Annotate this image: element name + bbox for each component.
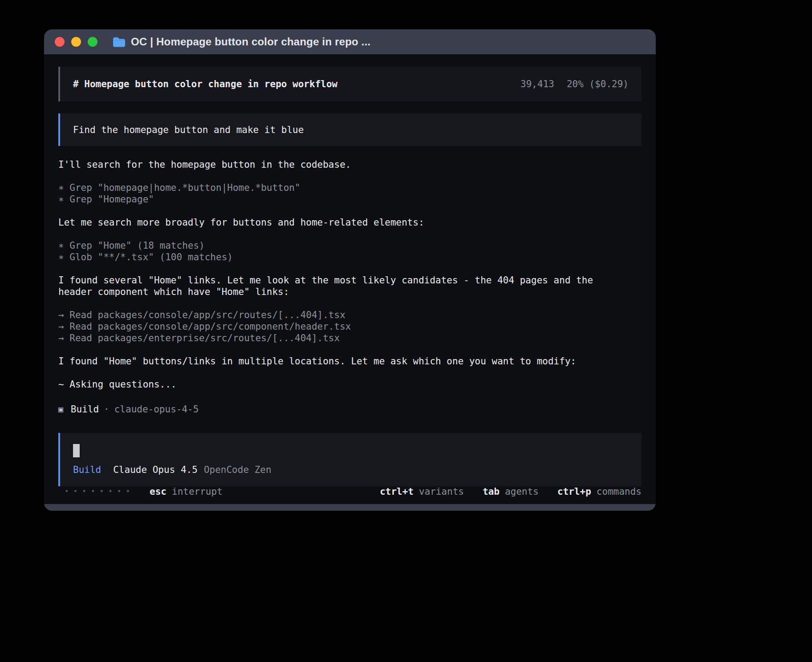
tool-call-grep[interactable]: ∗ Grep "homepage|home.*button|Home.*butt… (58, 182, 615, 194)
title-area: OC | Homepage button color change in rep… (113, 36, 370, 48)
input-mode-row: Build Claude Opus 4.5 OpenCode Zen (73, 464, 629, 475)
session-title: # Homepage button color change in repo w… (73, 79, 337, 89)
conversation: I'll search for the homepage button in t… (58, 159, 615, 416)
context-cost: 20% ($0.29) (567, 79, 629, 89)
asking-questions-status: ~ Asking questions... (58, 379, 615, 390)
agent-separator: · (104, 404, 110, 415)
session-header: # Homepage button color change in repo w… (58, 67, 641, 101)
agent-status-row: ▣ Build · claude-opus-4-5 (58, 403, 615, 416)
agent-mode-label[interactable]: Build (73, 464, 101, 475)
hint-variants: ctrl+t variants (380, 486, 464, 497)
hint-label: variants (419, 486, 464, 497)
prompt-input[interactable]: Build Claude Opus 4.5 OpenCode Zen (58, 433, 641, 486)
tool-call-read[interactable]: → Read packages/enterprise/src/routes/[.… (58, 332, 615, 344)
hint-label: agents (505, 486, 539, 497)
tool-call-read[interactable]: → Read packages/console/app/src/routes/[… (58, 309, 615, 321)
hint-label: commands (597, 486, 641, 497)
folder-icon (113, 37, 125, 47)
terminal-window: OC | Homepage button color change in rep… (44, 29, 656, 511)
assistant-text-line: I'll search for the homepage button in t… (58, 159, 615, 170)
minimize-button[interactable] (71, 37, 81, 47)
hint-interrupt: esc interrupt (150, 486, 223, 497)
token-count: 39,413 (520, 79, 554, 89)
keyboard-hints: ctrl+t variants tab agents ctrl+p comman… (380, 486, 641, 497)
user-message: Find the homepage button and make it blu… (58, 113, 641, 146)
window-titlebar[interactable]: OC | Homepage button color change in rep… (44, 29, 656, 54)
hint-key: ctrl+t (380, 486, 414, 497)
close-button[interactable] (55, 37, 65, 47)
hint-key: ctrl+p (557, 486, 591, 497)
terminal-content: # Homepage button color change in repo w… (44, 54, 656, 504)
window-title: OC | Homepage button color change in rep… (131, 36, 370, 48)
assistant-text-line: I found "Home" buttons/links in multiple… (58, 355, 615, 367)
agent-icon: ▣ (58, 404, 63, 415)
traffic-lights (55, 37, 97, 47)
zoom-button[interactable] (88, 37, 97, 47)
hint-agents: tab agents (483, 486, 539, 497)
model-name: Claude Opus 4.5 (113, 464, 198, 475)
session-stats: 39,413 20% ($0.29) (520, 79, 629, 89)
model-provider: OpenCode Zen (204, 464, 272, 475)
hint-label: interrupt (172, 486, 223, 497)
tool-call-glob[interactable]: ∗ Glob "**/*.tsx" (100 matches) (58, 251, 615, 263)
agent-name: Build (71, 404, 99, 415)
assistant-text-line: I found several "Home" links. Let me loo… (58, 274, 615, 298)
hint-key: tab (483, 486, 499, 497)
window-bottom-chrome (44, 504, 656, 511)
tool-call-read[interactable]: → Read packages/console/app/src/componen… (58, 321, 615, 332)
assistant-text-line: Let me search more broadly for buttons a… (58, 217, 615, 228)
text-cursor (73, 444, 80, 457)
agent-model: claude-opus-4-5 (114, 404, 199, 415)
hint-commands: ctrl+p commands (557, 486, 641, 497)
tool-call-grep[interactable]: ∗ Grep "Homepage" (58, 194, 615, 205)
user-message-text: Find the homepage button and make it blu… (73, 125, 304, 135)
status-bar: •••••••• esc interrupt ctrl+t variants t… (58, 486, 641, 497)
spinner-dots: •••••••• (65, 487, 134, 496)
hint-key: esc (150, 486, 166, 497)
tool-call-grep[interactable]: ∗ Grep "Home" (18 matches) (58, 240, 615, 251)
